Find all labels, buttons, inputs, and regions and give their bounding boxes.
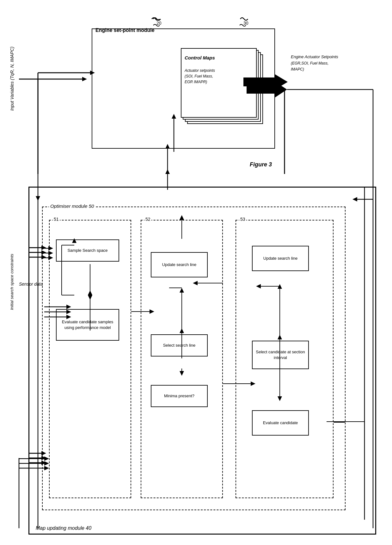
sample-search-space-text: Sample Search space: [67, 248, 107, 253]
evaluate-candidate-text: Evaluate candidate: [263, 420, 298, 426]
control-maps-title: Control Maps: [185, 55, 215, 60]
select-search-line-text: Select search line: [163, 343, 196, 348]
select-candidate-text: Select candidate at section interval: [254, 349, 306, 361]
update-search-line-52-text: Update search line: [162, 262, 196, 268]
control-maps-stack: Control Maps Actuator setpoints(SOI, Fue…: [181, 48, 269, 130]
map-updating-box: Map updating module 40 Optimiser module …: [28, 187, 376, 535]
optimiser-label: Optimiser module 50: [49, 203, 95, 209]
update-search-line-53-box: Update search line: [252, 246, 309, 271]
output-label: Engine Actuator Setpoints (EGR,SOI, Fuel…: [291, 54, 354, 72]
map-page-front: Control Maps Actuator setpoints(SOI, Fue…: [181, 48, 257, 118]
sub-53-box: 53 Update search line Select candidate a…: [236, 220, 334, 498]
sub-51-box: 51 Sample Search space Evaluate candidat…: [49, 220, 131, 498]
sub-53-label: 53: [239, 217, 246, 222]
label-30: 30: [243, 21, 248, 26]
sub-52-label: 52: [144, 217, 151, 222]
select-search-line-box: Select search line: [151, 334, 208, 356]
minima-present-text: Minima present?: [164, 393, 194, 399]
update-search-line-52-box: Update search line: [151, 252, 208, 277]
minima-present-box: Minima present?: [151, 385, 208, 407]
sub-52-box: 52 Update search line Select search line…: [141, 220, 223, 498]
evaluate-candidate-box: Evaluate candidate: [252, 410, 309, 436]
sample-search-space-box: Sample Search space: [56, 239, 119, 262]
top-section: 20 Engine set-point module Control Maps …: [28, 9, 376, 174]
optimiser-box: Optimiser module 50 51 Sample Search spa…: [42, 207, 346, 510]
sub-51-label: 51: [53, 217, 60, 222]
engine-setpoint-label: Engine set-point module: [95, 28, 155, 33]
update-search-line-53-text: Update search line: [263, 256, 297, 261]
figure-label: Figure 3: [250, 161, 272, 168]
engine-setpoint-box: Engine set-point module Control Maps Act…: [92, 28, 275, 149]
input-variables-label: Input Variables (TqR, N, IMAPC): [9, 47, 16, 111]
select-candidate-box: Select candidate at section interval: [252, 341, 309, 369]
diagram-container: Input Variables (TqR, N, IMAPC) Sensor d…: [9, 9, 383, 535]
actuator-setpoints-text: Actuator setpoints(SOI, Fuel Mass,EGR IM…: [185, 68, 215, 85]
label-20: 20: [156, 21, 162, 26]
evaluate-candidates-box: Evaluate candidate samples using perform…: [56, 309, 119, 341]
svg-marker-34: [180, 215, 184, 220]
svg-marker-5: [275, 74, 288, 90]
initial-search-label: Initial search space constraints: [9, 259, 16, 310]
evaluate-candidates-text: Evaluate candidate samples using perform…: [58, 319, 117, 331]
map-updating-label: Map updating module 40: [36, 525, 91, 531]
